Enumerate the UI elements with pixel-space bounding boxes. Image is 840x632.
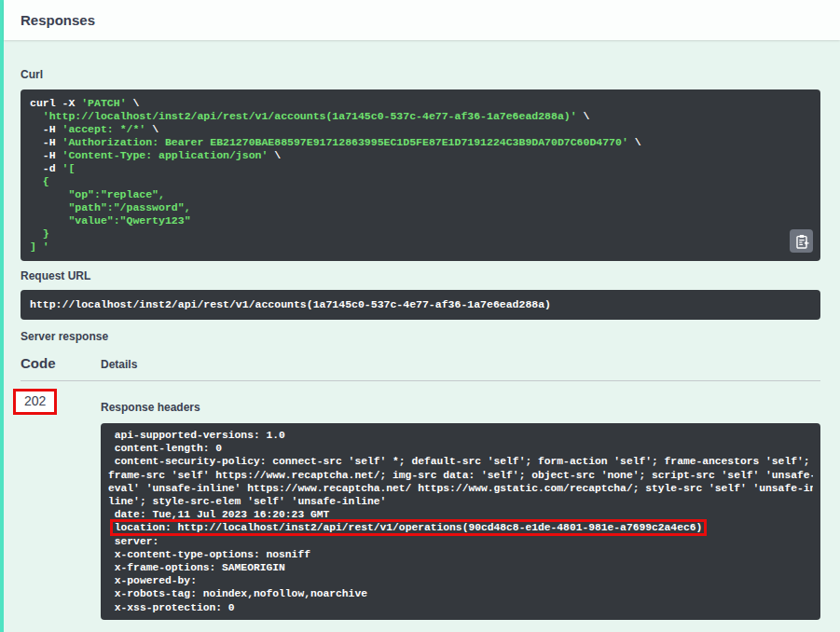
response-header-line: content-length: 0 <box>108 442 813 455</box>
request-url-label: Request URL <box>21 269 820 282</box>
clipboard-copy-icon <box>794 234 809 249</box>
responses-panel: Responses Curl curl -X 'PATCH' \ 'http:/… <box>0 0 840 632</box>
response-header-line: api-supported-versions: 1.0 <box>108 429 813 442</box>
response-header-line: date: Tue,11 Jul 2023 16:20:23 GMT <box>108 508 813 521</box>
curl-code-line: "value":"Qwerty123" <box>30 214 811 227</box>
request-url-value: http://localhost/inst2/api/rest/v1/accou… <box>30 298 811 311</box>
response-headers-label: Response headers <box>101 401 820 414</box>
response-headers-text: api-supported-versions: 1.0 content-leng… <box>108 429 813 614</box>
details-column-header: Details <box>101 358 137 371</box>
response-header-line: content-security-policy: connect-src 'se… <box>108 455 813 468</box>
response-header-line: x-frame-options: SAMEORIGIN <box>108 561 813 574</box>
location-annotation-box: location: http://localhost/inst2/api/res… <box>113 522 704 533</box>
response-header-line: server: <box>108 535 813 548</box>
status-code-cell: 202 <box>21 381 101 620</box>
response-headers-block: api-supported-versions: 1.0 content-leng… <box>101 423 820 620</box>
curl-code-line: "op":"replace", <box>30 188 811 201</box>
responses-title: Responses <box>21 12 95 28</box>
server-response-table: Code Details 202 Response headers api-su… <box>21 343 820 620</box>
response-header-line: frame-src 'self' https://www.recaptcha.n… <box>108 469 813 482</box>
curl-command-text: curl -X 'PATCH' \ 'http://localhost/inst… <box>30 97 811 254</box>
response-header-line: eval' 'unsafe-inline' https://www.recapt… <box>108 482 813 495</box>
responses-header: Responses <box>4 0 840 40</box>
status-code: 202 <box>24 393 46 408</box>
curl-code-line: curl -X 'PATCH' \ <box>30 97 811 110</box>
response-header-line: x-powered-by: <box>108 574 813 587</box>
curl-label: Curl <box>21 68 820 81</box>
response-header-line: x-robots-tag: noindex,nofollow,noarchive <box>108 587 813 600</box>
curl-code-line: 'http://localhost/inst2/api/rest/v1/acco… <box>30 110 811 123</box>
response-header-line: x-xss-protection: 0 <box>108 601 813 614</box>
copy-to-clipboard-button[interactable] <box>790 229 813 253</box>
curl-code-line: -H 'Content-Type: application/json' \ <box>30 149 811 162</box>
curl-code-line: -d '[ <box>30 162 811 175</box>
response-row: 202 Response headers api-supported-versi… <box>21 381 820 620</box>
request-url-block: http://localhost/inst2/api/rest/v1/accou… <box>21 290 820 320</box>
server-response-label: Server response <box>21 330 820 343</box>
response-table-header: Code Details <box>21 343 820 381</box>
curl-command-block: curl -X 'PATCH' \ 'http://localhost/inst… <box>21 89 820 261</box>
response-header-line: x-content-type-options: nosniff <box>108 548 813 561</box>
code-column-header: Code <box>21 355 101 371</box>
curl-code-line: "path":"/password", <box>30 201 811 214</box>
response-header-line: line'; style-src-elem 'self' 'unsafe-inl… <box>108 495 813 508</box>
curl-code-line: -H 'accept: */*' \ <box>30 123 811 136</box>
response-details-cell: Response headers api-supported-versions:… <box>101 381 820 620</box>
curl-code-line: ] ' <box>30 240 811 254</box>
status-code-annotation-box: 202 <box>13 389 57 415</box>
response-header-line: location: http://localhost/inst2/api/res… <box>108 521 813 534</box>
curl-code-line: -H 'Authorization: Bearer EB21270BAE8859… <box>30 136 811 149</box>
curl-code-line: } <box>30 227 811 240</box>
curl-code-line: { <box>30 175 811 188</box>
responses-body: Curl curl -X 'PATCH' \ 'http://localhost… <box>4 68 840 620</box>
